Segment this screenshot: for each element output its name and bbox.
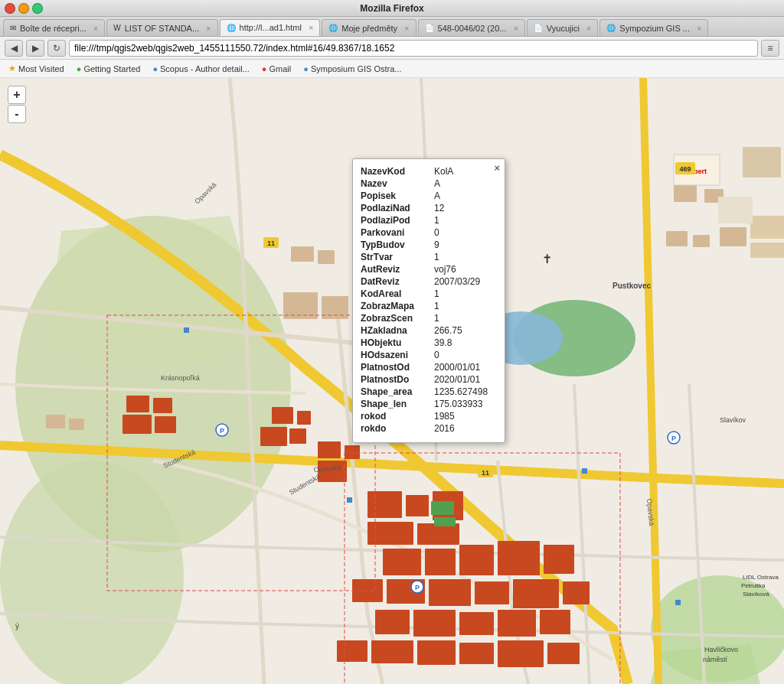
bookmark-getting-started[interactable]: ●Getting Started: [73, 63, 145, 75]
svg-rect-52: [459, 643, 494, 664]
tab-tab5[interactable]: 📄548-0046/02 (20...×: [418, 19, 525, 36]
tab-close-button[interactable]: ×: [93, 24, 98, 33]
svg-rect-21: [272, 407, 293, 424]
svg-marker-3: [46, 216, 268, 369]
minimize-button[interactable]: [18, 3, 29, 14]
bookmark-gmail[interactable]: ●Gmail: [258, 63, 295, 75]
svg-rect-9: [69, 419, 84, 430]
zoom-in-button[interactable]: +: [8, 86, 26, 104]
tab-tab6[interactable]: 📄Vyucujici×: [527, 19, 598, 36]
tab-tab2[interactable]: WLIST OF STANDA...×: [106, 19, 217, 36]
popup-field-key: HObjektu: [361, 337, 430, 348]
svg-rect-33: [383, 549, 421, 575]
popup-field-key: Nazev: [361, 178, 430, 189]
popup-field-key: rokod: [361, 411, 430, 422]
popup-row: Shape_len175.033933: [361, 398, 497, 410]
map-container[interactable]: P P P ✝ 11 11 Opavská Opavská Opavská St…: [0, 78, 784, 684]
popup-row: ZobrazMapa1: [361, 300, 497, 312]
titlebar: Mozilla Firefox: [0, 0, 784, 17]
url-input[interactable]: [69, 40, 758, 57]
popup-field-value: 9: [434, 239, 439, 250]
tab-tab4[interactable]: 🌐Moje předměty×: [322, 19, 416, 36]
svg-rect-22: [297, 411, 311, 425]
bookmark-most-visited[interactable]: ★Most Visited: [5, 62, 68, 75]
addressbar: ◀ ▶ ↻ ≡: [0, 37, 784, 60]
close-button[interactable]: [5, 3, 15, 14]
svg-rect-20: [743, 147, 781, 178]
popup-row: NazevA: [361, 178, 497, 190]
popup-field-key: Popisek: [361, 191, 430, 201]
svg-rect-90: [184, 327, 189, 333]
tab-tab1[interactable]: ✉Boîte de récepri...×: [3, 19, 105, 36]
svg-rect-42: [513, 579, 559, 608]
popup-field-value: 0: [434, 350, 439, 360]
svg-rect-29: [406, 495, 429, 516]
popup-close-button[interactable]: ×: [494, 162, 500, 174]
svg-rect-15: [693, 235, 710, 247]
svg-text:Slavíková: Slavíková: [743, 591, 769, 598]
maximize-button[interactable]: [32, 3, 43, 14]
svg-rect-46: [459, 612, 494, 635]
svg-rect-14: [666, 231, 688, 246]
popup-field-value: A: [434, 178, 440, 189]
svg-rect-60: [153, 398, 172, 413]
popup-row: PopisekA: [361, 190, 497, 202]
popup-row: HZakladna266.75: [361, 324, 497, 337]
bookmark-scopus[interactable]: ●Scopus - Author detail...: [149, 63, 253, 75]
tab-close-button[interactable]: ×: [697, 24, 701, 33]
popup-row: KodAreal1: [361, 288, 497, 300]
popup-field-value: 1: [434, 313, 439, 324]
tab-label: Boîte de récepri...: [20, 24, 87, 33]
bookmark-label: Scopus - Author detail...: [160, 64, 250, 73]
tab-icon: 🌐: [328, 24, 338, 32]
svg-text:ý: ý: [15, 622, 19, 630]
popup-field-value: KolA: [434, 166, 453, 177]
popup-field-value: 1: [434, 301, 439, 311]
bookmark-symposium[interactable]: ●Symposium GIS Ostra...: [299, 63, 405, 75]
svg-text:✝: ✝: [542, 252, 552, 265]
tab-label: LIST OF STANDA...: [125, 24, 199, 33]
svg-text:P: P: [671, 435, 676, 442]
forward-button[interactable]: ▶: [26, 40, 44, 57]
svg-rect-45: [413, 610, 456, 637]
tab-close-button[interactable]: ×: [309, 23, 313, 32]
popup-field-key: PodlaziPod: [361, 215, 430, 226]
tab-close-button[interactable]: ×: [404, 24, 409, 33]
popup-row: AutRevizvoj76: [361, 263, 497, 275]
tabbar: ✉Boîte de récepri...×WLIST OF STANDA...×…: [0, 17, 784, 37]
popup-field-key: HOdsazeni: [361, 350, 430, 360]
tab-close-button[interactable]: ×: [586, 24, 591, 33]
svg-rect-41: [475, 581, 509, 604]
popup-field-key: ZobrazScen: [361, 313, 430, 324]
popup-field-key: HZakladna: [361, 325, 430, 336]
popup-field-key: NazevKod: [361, 166, 430, 177]
svg-rect-44: [375, 610, 410, 634]
tab-tab3[interactable]: 🌐http://l...ad1.html×: [220, 19, 321, 36]
back-button[interactable]: ◀: [5, 40, 23, 57]
popup-field-key: PodlaziNad: [361, 203, 430, 213]
reload-button[interactable]: ↻: [47, 40, 66, 57]
svg-rect-17: [750, 216, 784, 239]
bookmark-label: Getting Started: [83, 64, 140, 73]
zoom-out-button[interactable]: -: [8, 105, 26, 123]
popup-field-value: 2020/01/01: [434, 374, 480, 385]
svg-text:Petruška: Petruška: [741, 582, 766, 589]
svg-rect-18: [750, 243, 784, 258]
svg-rect-92: [582, 468, 587, 474]
popup-field-key: TypBudov: [361, 239, 430, 250]
tab-close-button[interactable]: ×: [206, 24, 211, 33]
tab-tab7[interactable]: 🌐Sympozium GIS ...×: [599, 19, 708, 36]
menu-button[interactable]: ≡: [761, 40, 779, 57]
tab-close-button[interactable]: ×: [513, 24, 518, 33]
svg-text:Havlíčkovo: Havlíčkovo: [704, 646, 738, 653]
zoom-controls: + -: [8, 86, 26, 123]
popup-row: StrTvar1: [361, 251, 497, 263]
svg-rect-61: [122, 415, 152, 434]
bookmark-icon: ●: [262, 64, 267, 73]
svg-rect-32: [417, 523, 459, 545]
popup-row: Parkovani0: [361, 226, 497, 239]
bookmark-icon: ●: [152, 64, 158, 73]
svg-rect-19: [718, 197, 753, 223]
svg-text:11: 11: [482, 469, 489, 477]
popup-field-value: 175.033933: [434, 399, 482, 409]
